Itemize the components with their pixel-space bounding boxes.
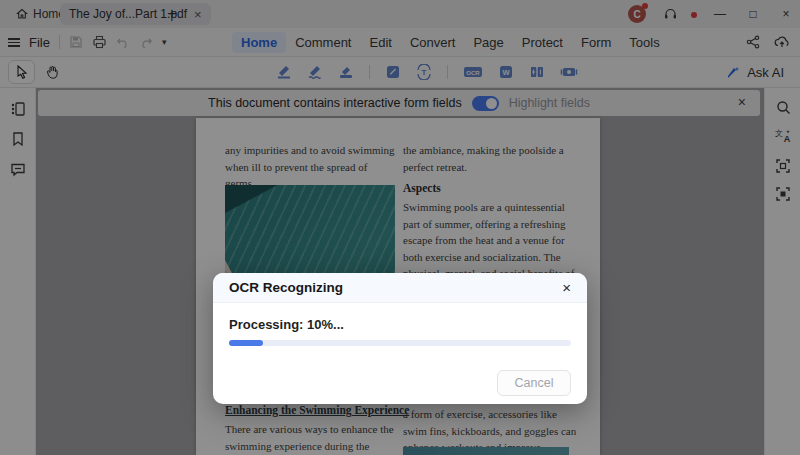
dialog-close-icon[interactable]: × (562, 280, 571, 295)
pdf-editor-window: Home The Joy of...Part 1.pdf × + C — □ × (0, 0, 800, 455)
ocr-progress-dialog: OCR Recognizing × Processing: 10%... Can… (213, 273, 587, 404)
cancel-label: Cancel (515, 376, 554, 390)
cancel-button[interactable]: Cancel (497, 370, 571, 396)
progress-bar-fill (229, 340, 263, 346)
dialog-header: OCR Recognizing × (213, 273, 587, 303)
processing-status: Processing: 10%... (229, 317, 344, 332)
dialog-title: OCR Recognizing (229, 280, 343, 295)
progress-bar-track (229, 340, 571, 346)
